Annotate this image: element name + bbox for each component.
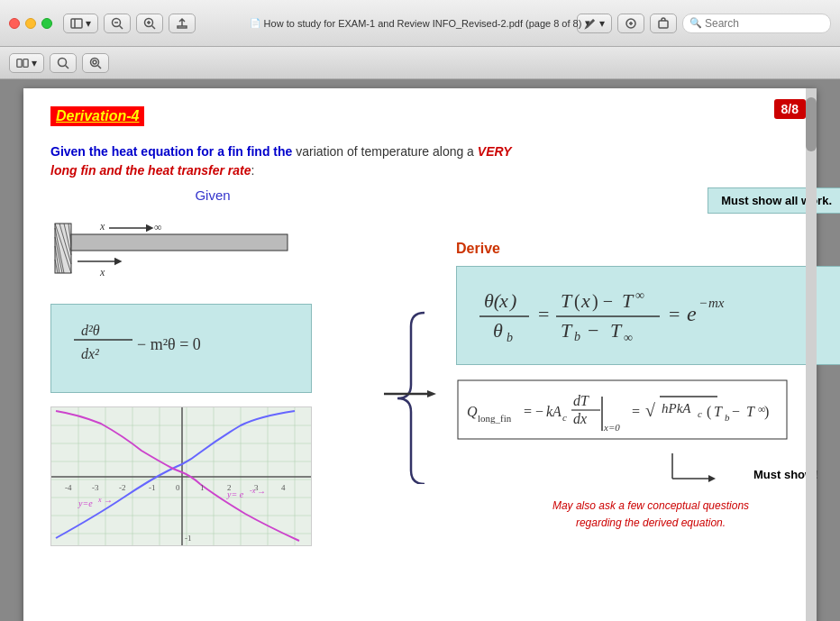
svg-text:-4: -4 <box>65 483 72 492</box>
svg-line-3 <box>120 25 123 29</box>
svg-text:T: T <box>714 404 723 419</box>
svg-point-13 <box>59 58 67 66</box>
share2-button[interactable] <box>650 14 677 33</box>
svg-text:c: c <box>698 408 702 419</box>
svg-text:−: − <box>732 404 740 419</box>
heat-transfer-section: Q long_fin = − kA c dT dx <box>456 379 840 492</box>
svg-point-15 <box>91 58 99 66</box>
close-button[interactable] <box>9 18 20 29</box>
svg-text:T: T <box>746 404 755 419</box>
result-box: θ( x ) θ b = T ( x ) − T ∞ <box>456 266 840 365</box>
page-layout-button[interactable]: ▾ <box>9 53 44 73</box>
search-input[interactable] <box>682 14 831 33</box>
sidebar-toggle-button[interactable]: ▾ <box>63 14 98 33</box>
svg-text:c: c <box>562 412 567 423</box>
svg-text:mx: mx <box>708 296 725 310</box>
svg-line-6 <box>152 25 156 29</box>
conceptual-note: May also ask a few conceptual questions … <box>456 499 840 529</box>
must-show-arrow: Must show! <box>663 452 818 492</box>
svg-rect-0 <box>71 19 82 28</box>
svg-text:∞: ∞ <box>154 221 162 233</box>
svg-text:Q: Q <box>467 404 478 419</box>
share-button[interactable] <box>169 14 196 33</box>
maximize-button[interactable] <box>41 18 52 29</box>
svg-text:=: = <box>669 303 680 325</box>
problem-bold-part: Given the heat equation for a fin find t… <box>50 144 296 159</box>
page-badge: 8/8 <box>774 99 806 119</box>
svg-text:T: T <box>561 319 573 342</box>
problem-end: : <box>251 163 254 178</box>
content-layout: Given <box>50 187 790 546</box>
svg-text:∞: ∞ <box>635 288 644 302</box>
svg-text:−: − <box>588 319 598 342</box>
svg-text:=: = <box>538 303 549 325</box>
svg-text:d²θ: d²θ <box>81 323 100 338</box>
toolbar-left: ▾ <box>63 14 196 33</box>
problem-statement: Given the heat equation for a fin find t… <box>50 142 790 180</box>
result-equation-svg: θ( x ) θ b = T ( x ) − T ∞ <box>470 276 831 352</box>
svg-rect-12 <box>23 59 28 67</box>
must-show-box: Must show all work. <box>708 187 840 214</box>
zoom-fit-button[interactable] <box>50 53 77 73</box>
scrollbar[interactable] <box>806 88 817 621</box>
svg-text:): ) <box>764 404 769 420</box>
scrollbar-thumb[interactable] <box>806 97 817 151</box>
toolbar2: ▾ <box>0 47 840 79</box>
fin-diagram-svg: x ∞ x <box>50 210 312 291</box>
search-wrapper[interactable]: 🔍 <box>682 14 831 33</box>
svg-text:-1: -1 <box>149 483 156 492</box>
svg-point-17 <box>93 60 96 64</box>
fin-diagram: x ∞ x <box>50 210 375 295</box>
svg-text:x: x <box>97 496 102 504</box>
svg-text:x: x <box>498 289 508 312</box>
svg-rect-27 <box>71 234 288 251</box>
svg-text:long_fin: long_fin <box>478 413 512 424</box>
svg-text:(: ( <box>574 291 580 312</box>
markup-button[interactable] <box>617 14 644 33</box>
svg-marker-73 <box>427 390 436 397</box>
problem-italic-part: long fin and the heat transfer rate <box>50 163 251 178</box>
svg-text:x: x <box>99 266 105 279</box>
svg-text:2: 2 <box>227 483 232 492</box>
svg-text:b: b <box>507 331 513 344</box>
svg-text:−: − <box>699 296 707 310</box>
svg-rect-11 <box>17 59 22 67</box>
svg-text:=: = <box>632 404 640 419</box>
problem-normal-part: variation of temperature along a VERY <box>296 144 511 159</box>
svg-text:√: √ <box>645 400 655 420</box>
svg-text:hPkA: hPkA <box>662 401 691 416</box>
svg-text:): ) <box>508 289 516 312</box>
conceptual-note-line1: May also ask a few conceptual questions <box>456 499 840 512</box>
title-chevron: ▾ <box>585 17 590 29</box>
ode-equation-svg: d²θ dx² − m²θ = 0 <box>65 315 299 379</box>
svg-line-16 <box>98 65 102 68</box>
svg-text:θ: θ <box>493 319 503 342</box>
svg-text:T: T <box>561 289 573 312</box>
derivation-header: Derivation-4 <box>50 106 790 135</box>
brace-arrow-svg <box>375 304 438 484</box>
pdf-area: 8/8 Derivation-4 Given the heat equation… <box>0 79 840 621</box>
zoom-out-button[interactable] <box>104 14 131 33</box>
zoom-in-button[interactable] <box>136 14 163 33</box>
svg-marker-122 <box>708 475 716 482</box>
svg-text:4: 4 <box>281 483 286 492</box>
window-title: 📄 How to study for EXAM-1 and Review INF… <box>250 17 591 29</box>
graph-svg: y=e x → y= e -x → 0 1 2 3 4 -1 -2 <box>51 407 312 546</box>
sidebar-toggle-chevron: ▾ <box>86 17 91 30</box>
window-controls <box>9 18 52 29</box>
must-show-wrapper: Must show all work. <box>456 187 840 227</box>
title-bar: ▾ 📄 How to study for EXAM-1 and Rev <box>0 0 840 47</box>
svg-rect-10 <box>659 21 668 28</box>
given-label: Given <box>50 187 375 203</box>
pdf-page: 8/8 Derivation-4 Given the heat equation… <box>23 88 817 621</box>
svg-text:e: e <box>687 302 697 325</box>
minimize-button[interactable] <box>25 18 36 29</box>
svg-text:dx: dx <box>573 411 587 426</box>
separator <box>375 187 438 546</box>
heat-eq-container: Q long_fin = − kA c dT dx <box>456 379 818 492</box>
svg-text:y=e: y=e <box>78 498 93 508</box>
zoom-fit2-button[interactable] <box>82 53 109 73</box>
svg-text:-1: -1 <box>185 534 192 543</box>
ode-equation-box: d²θ dx² − m²θ = 0 <box>50 304 312 393</box>
svg-text:0: 0 <box>176 483 180 492</box>
